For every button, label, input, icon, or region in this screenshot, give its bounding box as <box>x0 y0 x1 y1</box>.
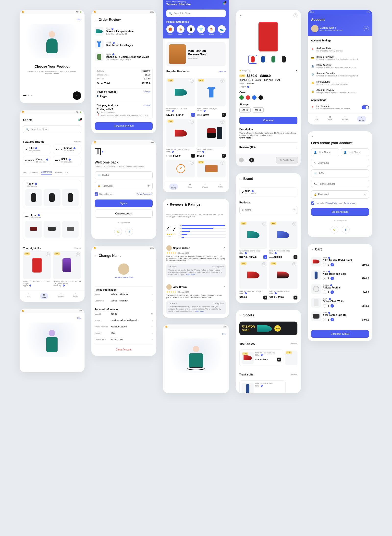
more-icon[interactable]: ⋮ <box>223 247 226 249</box>
google-button[interactable]: G <box>331 226 338 234</box>
close-icon[interactable]: ✕ <box>166 203 168 206</box>
skip-link[interactable]: Skip <box>222 333 226 335</box>
first-name-field[interactable]: 👤 First Name <box>311 148 339 156</box>
settings-item[interactable]: 🏦Bank AccountWithdraw balance to registe… <box>311 62 369 70</box>
checkout-button[interactable]: Checkout $1235.9 <box>95 122 153 130</box>
search-input[interactable]: 🔍Search in Store <box>166 10 226 17</box>
forgot-link[interactable]: Forget Password? <box>137 193 153 195</box>
category-scroll[interactable]: 🏀Sports 🪑Furnitu… 📱Electro… 👕Clothes 🐕An… <box>166 25 226 35</box>
product-card[interactable]: 14%♡Nike Air Jordon ShoesNike$12.6 - $35… <box>269 261 297 299</box>
read-more-link[interactable]: read more <box>186 273 195 275</box>
swatch[interactable] <box>239 95 244 100</box>
profile-row[interactable]: NameTaimoor Sikander› <box>95 291 153 298</box>
brand-card[interactable]: KENWOODKenw…36 produc… <box>23 156 51 165</box>
thumb-row[interactable] <box>236 53 301 66</box>
skip-link[interactable]: Skip <box>77 18 81 20</box>
bottom-nav[interactable]: ⌂Home▦Store♡Wishlist☺Profile <box>20 290 85 302</box>
more-icon[interactable]: ⋮ <box>223 286 226 288</box>
facebook-button[interactable]: f <box>342 226 350 234</box>
change-link[interactable]: Change <box>144 104 150 106</box>
fav-icon[interactable]: ♡ <box>46 252 50 256</box>
profile-row[interactable]: Date of Birth10 Oct, 1994› <box>95 336 153 343</box>
bottom-nav[interactable]: ⌂Home▦Store♡Wishlist☺Profile <box>308 113 373 125</box>
back-icon[interactable]: ← <box>311 135 314 137</box>
next-button[interactable]: › <box>73 91 81 100</box>
username-field[interactable]: ✎ Username <box>311 159 369 167</box>
brand-section-acer[interactable]: acerAcer36 products <box>23 212 81 240</box>
product-card[interactable]: 78%♡Green Nike sports shoeNike$122.6 - $… <box>239 221 267 259</box>
product-card[interactable]: 10%♡SAMSUNG Galaxy S9 (Pink, 64 GB) (4 G… <box>53 251 81 287</box>
product-card[interactable]: 14%Nike Air Jordon ShoesNike$12.6 - $35.… <box>239 349 283 366</box>
back-icon[interactable]: ← <box>239 14 242 17</box>
create-account-button[interactable]: Create Account <box>95 210 153 218</box>
email-field[interactable]: ✉️ E-Mail <box>311 169 369 177</box>
qty-plus[interactable]: + <box>249 158 254 162</box>
checkout-button[interactable]: Checkout <box>239 117 297 124</box>
facebook-button[interactable]: f <box>125 228 133 236</box>
reviews-row[interactable]: Reviews (199)› <box>239 145 297 150</box>
view-all-link[interactable]: View all <box>74 247 81 249</box>
view-all-link[interactable]: View all <box>291 342 297 345</box>
back-icon[interactable]: ← <box>239 177 242 180</box>
sale-banner[interactable]: FASHION SALE50% <box>239 322 297 335</box>
fav-icon[interactable]: ♡ <box>294 13 297 17</box>
view-all-link[interactable]: View All <box>219 70 226 73</box>
storage-option[interactable]: 256 gb <box>253 107 264 113</box>
brand-section-apple[interactable]: Apple16 products <box>23 180 81 208</box>
remember-checkbox[interactable]: Remember Me <box>95 192 112 196</box>
swatch[interactable] <box>246 95 250 100</box>
profile-row[interactable]: User ID45689⧉ <box>95 311 153 317</box>
profile-row[interactable]: Usernametaimoor_sikander› <box>95 298 153 304</box>
phone-field[interactable]: 📞 Phone Number <box>311 180 369 188</box>
back-icon[interactable]: ← <box>95 254 97 257</box>
category-tabs[interactable]: ortsFurnitureElectronicsClothesAni <box>20 169 85 177</box>
add-to-bag-button[interactable]: 🛍 Add to Bag <box>276 157 298 163</box>
product-card[interactable]: 50%♡Nike Air Jordon 19 BlueNike$400 $200… <box>269 221 297 259</box>
product-card[interactable]: 10%♡Nike Air Jordan 6 OrangeNike$400.0+ <box>239 261 267 299</box>
share-icon[interactable]: ↗ <box>295 69 297 72</box>
checkout-button[interactable]: Checkout 1280.0 <box>311 330 369 338</box>
product-card[interactable]: 15%♡Iphone 12, 4 Colors 128gb and 256gbA… <box>23 251 51 287</box>
product-card[interactable]: ♡Nike Track suit redNike$500.0+ <box>197 119 226 158</box>
settings-item[interactable]: 💳Instant PaymentE-Wallet, credit cards, … <box>311 54 369 62</box>
bottom-nav[interactable]: ⌂Home▦Store♡Wishlist☺Profile <box>163 181 229 192</box>
email-field[interactable]: ✉️ E-Mail <box>95 171 153 179</box>
product-card[interactable]: 20%♡Nike Air Max Red & BlackNike$450.5 $… <box>166 119 195 158</box>
product-card[interactable]: 37%♡ <box>197 160 226 177</box>
skip-link[interactable]: Skip <box>77 317 81 319</box>
storage-option[interactable]: 128 gb <box>239 107 251 113</box>
settings-item[interactable]: 🔒Account PrivacyManage data usage and co… <box>311 87 369 95</box>
cart-icon[interactable]: 🛍️ <box>223 2 226 5</box>
cart-icon[interactable]: 🛍️1 <box>78 119 81 121</box>
back-icon[interactable]: ← <box>311 248 314 251</box>
geo-toggle-row[interactable]: 📍GeolocationSet recommendation based on … <box>308 105 373 113</box>
edit-icon[interactable]: ✎ <box>364 26 369 31</box>
fav-icon[interactable]: ♡ <box>76 252 80 256</box>
qty-plus[interactable]: + <box>331 263 334 266</box>
settings-item[interactable]: 🔔NotificationsSet any kind of notificati… <box>311 79 369 87</box>
back-icon[interactable]: ← <box>95 18 97 21</box>
settings-item[interactable]: 🛡️Account SecurityE-Wallet, credit cards… <box>311 70 369 79</box>
change-pic-link[interactable]: Change Profile Picture <box>94 276 154 278</box>
password-field[interactable]: 🔒 Password👁 <box>95 182 153 190</box>
last-name-field[interactable]: 👤 Last Name <box>341 148 369 156</box>
back-icon[interactable]: ← <box>239 314 242 316</box>
profile-row[interactable]: E-mailmrtaimoorsikander@gmail…› <box>95 317 153 324</box>
brand-card[interactable]: IKEAIKEA36 products <box>53 156 81 165</box>
eye-icon[interactable]: 👁 <box>364 193 366 196</box>
product-card[interactable]: 78%♡Green Nike sports shoeNike$122.6 - $… <box>166 78 195 117</box>
qty-minus[interactable]: − <box>323 263 326 266</box>
search-input[interactable]: 🔍Search in Store <box>23 125 81 133</box>
signin-button[interactable]: Sign In <box>95 199 153 207</box>
brand-card[interactable]: ✔Nike255 products <box>23 145 51 154</box>
swatch[interactable] <box>252 95 257 100</box>
read-more-link[interactable]: read more <box>195 310 204 312</box>
create-account-button[interactable]: Create Account <box>311 208 369 216</box>
eye-icon[interactable]: 👁 <box>147 185 150 187</box>
filter-dropdown[interactable]: ≡ Name▾ <box>239 206 297 214</box>
brand-card[interactable]: ▲▲▲Adidas95 products <box>53 145 81 154</box>
product-card[interactable]: 24%♡Blue T-shirt for all agesZARA$35.0 $… <box>197 78 226 117</box>
qty-minus[interactable]: − <box>239 158 244 162</box>
change-link[interactable]: Change <box>144 91 150 93</box>
agree-checkbox[interactable]: I agree to Privacy Policy and Terms of u… <box>311 201 369 205</box>
